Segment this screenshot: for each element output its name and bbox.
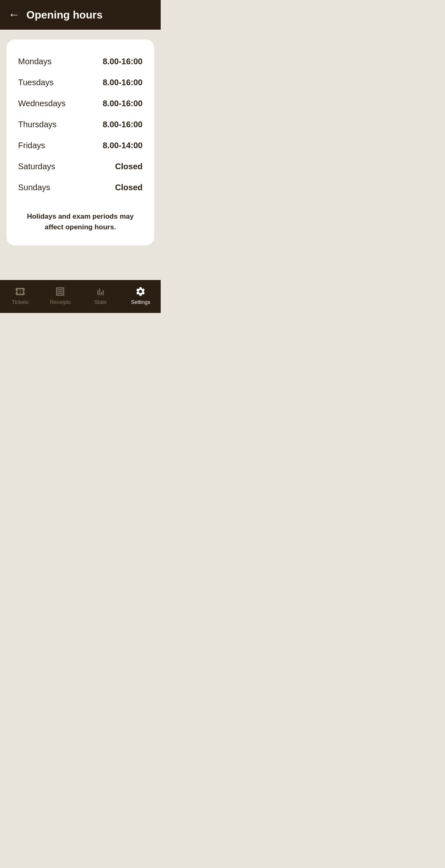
hours-value: Closed (115, 183, 143, 192)
settings-label: Settings (131, 299, 150, 305)
hours-row: Fridays8.00-14:00 (18, 135, 143, 156)
day-label: Tuesdays (18, 78, 54, 87)
nav-item-settings[interactable]: Settings (126, 286, 155, 305)
hours-value: 8.00-14:00 (103, 141, 143, 150)
notice-text: Holidays and exam periods may affect ope… (18, 211, 143, 232)
hours-list: Mondays8.00-16:00Tuesdays8.00-16:00Wedne… (18, 51, 143, 198)
hours-value: 8.00-16:00 (103, 99, 143, 108)
hours-value: 8.00-16:00 (103, 120, 143, 129)
day-label: Thursdays (18, 120, 56, 129)
hours-row: Thursdays8.00-16:00 (18, 114, 143, 135)
stats-icon (95, 286, 106, 297)
bottom-navigation: Tickets Receipts Stats Settings (0, 280, 161, 313)
hours-row: Wednesdays8.00-16:00 (18, 93, 143, 114)
stats-label: Stats (94, 299, 107, 305)
tickets-label: Tickets (12, 299, 28, 305)
back-button[interactable]: ← (8, 9, 20, 21)
day-label: Mondays (18, 57, 52, 66)
day-label: Sundays (18, 183, 50, 192)
nav-item-receipts[interactable]: Receipts (46, 286, 75, 305)
hours-row: Tuesdays8.00-16:00 (18, 72, 143, 93)
day-label: Wednesdays (18, 99, 66, 108)
day-label: Fridays (18, 141, 45, 150)
day-label: Saturdays (18, 162, 55, 171)
hours-value: Closed (115, 162, 143, 171)
header: ← Opening hours (0, 0, 161, 30)
hours-row: SaturdaysClosed (18, 156, 143, 177)
hours-row: SundaysClosed (18, 177, 143, 198)
hours-card: Mondays8.00-16:00Tuesdays8.00-16:00Wedne… (7, 40, 154, 245)
hours-value: 8.00-16:00 (103, 78, 143, 87)
nav-item-tickets[interactable]: Tickets (6, 286, 35, 305)
hours-row: Mondays8.00-16:00 (18, 51, 143, 72)
hours-value: 8.00-16:00 (103, 57, 143, 66)
receipts-label: Receipts (50, 299, 71, 305)
page-title: Opening hours (26, 9, 103, 21)
receipts-icon (54, 286, 66, 297)
main-content: Mondays8.00-16:00Tuesdays8.00-16:00Wedne… (0, 30, 161, 280)
settings-icon (135, 286, 146, 297)
nav-item-stats[interactable]: Stats (86, 286, 115, 305)
tickets-icon (14, 286, 26, 297)
